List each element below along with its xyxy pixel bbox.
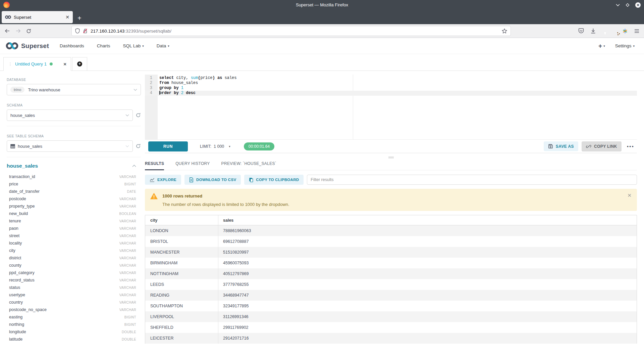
table-row[interactable]: LIVERPOOL31126991346 (145, 311, 637, 322)
column-name: city (9, 248, 15, 253)
nav-item-dashboards[interactable]: Dashboards (60, 43, 84, 48)
sql-line-2[interactable]: 2from house_sales (145, 81, 637, 86)
tab-close-icon[interactable]: ✕ (65, 15, 69, 19)
browser-tab-superset[interactable]: Superset ✕ (2, 11, 73, 23)
schema-column-row[interactable]: postcodeVARCHAR (7, 195, 141, 203)
table-row[interactable]: BRISTOL69612708887 (145, 236, 637, 247)
schema-column-row[interactable]: ppd_categoryVARCHAR (7, 269, 141, 276)
sql-line-1[interactable]: 1select city, sum(price) as sales (145, 76, 637, 81)
schema-column-row[interactable]: date_of_transferDATE (7, 188, 141, 195)
schema-select[interactable]: house_sales (7, 110, 133, 121)
table-value: house_sales (18, 144, 42, 149)
add-new-button[interactable]: + ▾ (598, 43, 605, 49)
container-icon[interactable] (623, 29, 628, 34)
table-row[interactable]: MANCHESTER51510820997 (145, 247, 637, 258)
schema-column-row[interactable]: northingBIGINT (7, 321, 141, 328)
copy-link-button[interactable]: COPY LINK (582, 141, 622, 151)
url-bar[interactable]: 217.160.120.143:32393/superset/sqllab/ (71, 26, 511, 36)
sql-editor[interactable]: 1select city, sum(price) as sales2from h… (145, 75, 637, 139)
schema-column-row[interactable]: postcode_no_spaceVARCHAR (7, 306, 141, 313)
table-row[interactable]: READING34468947747 (145, 290, 637, 301)
bookmark-star-icon[interactable] (502, 28, 507, 34)
sql-line-4[interactable]: 4order by 2 desc (145, 91, 637, 96)
alert-close-icon[interactable]: ✕ (627, 193, 632, 198)
table-row[interactable]: BIRMINGHAM45960075093 (145, 258, 637, 268)
table-row[interactable]: SOUTHAMPTON32349177895 (145, 301, 637, 311)
insecure-lock-icon[interactable] (83, 28, 88, 34)
database-select[interactable]: trino Trino warehouse (7, 84, 141, 95)
run-button[interactable]: RUN (148, 141, 188, 151)
schema-column-row[interactable]: longitudeDOUBLE (7, 328, 141, 336)
schema-column-row[interactable]: cityVARCHAR (7, 247, 141, 254)
table-row[interactable]: LEEDS37779768255 (145, 279, 637, 290)
new-tab-button[interactable]: + (77, 15, 82, 21)
schema-column-row[interactable]: tenureVARCHAR (7, 217, 141, 225)
window-minimize-icon[interactable] (616, 4, 620, 6)
schema-column-row[interactable]: streetVARCHAR (7, 232, 141, 239)
refresh-schemas-icon[interactable] (136, 113, 141, 118)
schema-column-row[interactable]: property_typeVARCHAR (7, 203, 141, 210)
results-tab-results[interactable]: RESULTS (145, 161, 164, 170)
schema-column-row[interactable]: new_buildBOOLEAN (7, 210, 141, 217)
reload-icon[interactable] (26, 29, 31, 34)
column-header-sales[interactable]: sales (218, 215, 637, 225)
schema-column-row[interactable]: statusVARCHAR (7, 284, 141, 291)
explore-button[interactable]: EXPLORE (145, 175, 181, 185)
schema-column-row[interactable]: priceBIGINT (7, 180, 141, 188)
save-as-button[interactable]: SAVE AS (544, 141, 578, 151)
column-name: paon (9, 226, 18, 231)
schema-column-row[interactable]: latitudeDOUBLE (7, 336, 141, 343)
nav-item-charts[interactable]: Charts (97, 43, 110, 48)
window-maximize-icon[interactable] (626, 3, 630, 7)
superset-logo[interactable]: Superset (5, 42, 49, 50)
table-row[interactable]: NOTTINGHAM40512797869 (145, 268, 637, 279)
download-csv-button[interactable]: DOWNLOAD TO CSV (184, 175, 241, 185)
pane-splitter[interactable] (145, 153, 637, 161)
forward-icon[interactable] (15, 29, 21, 33)
column-name: easting (9, 315, 22, 319)
schema-column-row[interactable]: countyVARCHAR (7, 262, 141, 269)
settings-menu[interactable]: Settings ▾ (615, 43, 635, 48)
column-type: VARCHAR (119, 197, 136, 201)
schema-column-row[interactable]: record_statusVARCHAR (7, 276, 141, 284)
menu-hamburger-icon[interactable] (634, 29, 639, 33)
table-row[interactable]: SHEFFIELD29911769902 (145, 322, 637, 333)
table-select[interactable]: house_sales (7, 140, 133, 152)
pocket-icon[interactable] (578, 28, 584, 34)
column-header-city[interactable]: city (145, 218, 218, 223)
alert-message: The number of rows displayed is limited … (162, 202, 632, 207)
collapse-chevron-up-icon[interactable] (132, 165, 136, 167)
downloads-icon[interactable] (591, 28, 596, 34)
schema-column-row[interactable]: localityVARCHAR (7, 239, 141, 247)
tracking-shield-icon[interactable] (75, 28, 80, 34)
schema-column-row[interactable]: transaction_idVARCHAR (7, 173, 141, 180)
schema-column-row[interactable]: districtVARCHAR (7, 254, 141, 262)
schema-column-row[interactable]: countryVARCHAR (7, 299, 141, 306)
schema-column-row[interactable]: eastingBIGINT (7, 313, 141, 321)
window-close-icon[interactable]: ✕ (635, 2, 641, 8)
table-row[interactable]: LONDON788861960063 (145, 225, 637, 236)
sql-line-3[interactable]: 3group by 1 (145, 86, 637, 91)
back-icon[interactable] (5, 29, 10, 33)
copy-clipboard-button[interactable]: COPY TO CLIPBOARD (244, 175, 304, 185)
column-type: VARCHAR (119, 242, 136, 245)
more-options-icon[interactable]: ●●● (627, 145, 634, 148)
new-query-tab-button[interactable]: + (72, 57, 87, 71)
drag-handle-icon[interactable]: ⋮ (8, 61, 12, 67)
nav-item-sql-lab[interactable]: SQL Lab▾ (123, 43, 144, 48)
query-tab-active[interactable]: ⋮ Untitled Query 1 × (3, 57, 71, 71)
refresh-tables-icon[interactable] (136, 143, 141, 149)
results-tab-query-history[interactable]: QUERY HISTORY (175, 161, 210, 170)
limit-dropdown[interactable]: LIMIT: 1 000 ▾ (200, 144, 230, 149)
results-tab-preview-house-sales[interactable]: PREVIEW: `HOUSE_SALES` (221, 161, 276, 170)
city-cell: LIVERPOOL (145, 314, 218, 319)
superset-navbar: Superset DashboardsChartsSQL Lab▾Data▾ +… (0, 38, 644, 54)
nav-item-data[interactable]: Data▾ (157, 43, 169, 48)
schema-column-row[interactable]: paonVARCHAR (7, 225, 141, 232)
browser-toolbar: 217.160.120.143:32393/superset/sqllab/ (0, 24, 644, 38)
query-tab-close-icon[interactable]: × (63, 61, 66, 67)
table-row[interactable]: LEICESTER29142071716 (145, 333, 637, 344)
schema-column-row[interactable]: usertypeVARCHAR (7, 291, 141, 299)
filter-results-input[interactable] (307, 175, 637, 185)
table-name-heading[interactable]: house_sales (7, 163, 38, 169)
